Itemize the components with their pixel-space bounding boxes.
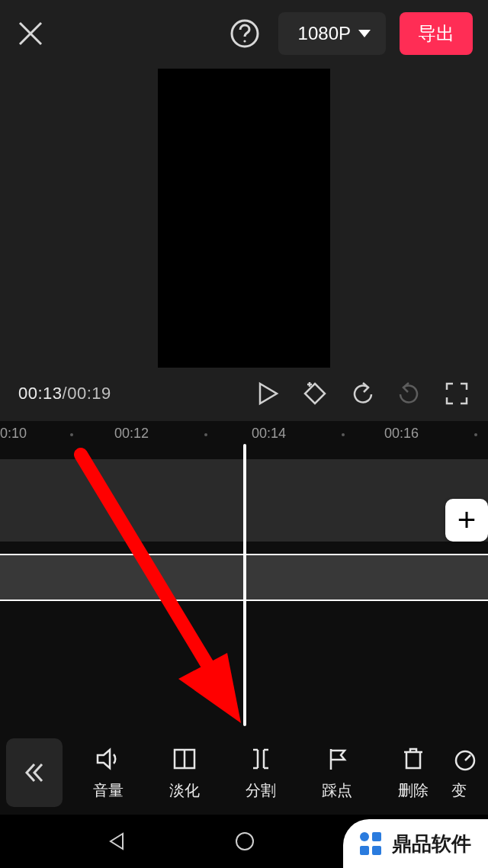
- video-preview-area: [0, 67, 488, 371]
- ruler-tick: 0:10: [0, 426, 27, 442]
- redo-icon[interactable]: [396, 381, 422, 407]
- export-label: 导出: [418, 21, 454, 46]
- tool-delete[interactable]: 删除: [375, 738, 451, 808]
- fade-icon: [171, 745, 198, 773]
- time-total: 00:19: [67, 384, 111, 403]
- video-preview-frame[interactable]: [158, 69, 330, 368]
- tool-volume[interactable]: 音量: [70, 738, 146, 808]
- resolution-dropdown[interactable]: 1080P: [278, 12, 386, 55]
- tool-label: 音量: [93, 780, 124, 801]
- ruler-tick: 00:12: [114, 426, 149, 442]
- help-icon[interactable]: [230, 18, 260, 49]
- svg-rect-21: [372, 832, 381, 841]
- add-media-button[interactable]: +: [445, 499, 488, 542]
- tool-label: 分割: [246, 780, 276, 801]
- volume-icon: [95, 745, 122, 773]
- plus-icon: +: [458, 502, 477, 538]
- tool-label: 踩点: [322, 780, 352, 801]
- svg-point-3: [243, 40, 246, 42]
- tool-speed[interactable]: 变: [451, 738, 488, 808]
- chevrons-left-icon: [21, 760, 47, 786]
- svg-marker-10: [98, 750, 110, 768]
- ruler-tick: 00:14: [252, 426, 286, 442]
- close-icon[interactable]: [15, 18, 46, 49]
- collapse-tools-button[interactable]: [6, 738, 63, 807]
- svg-rect-22: [360, 846, 369, 855]
- tool-fade[interactable]: 淡化: [146, 738, 223, 808]
- tool-label: 淡化: [169, 780, 200, 801]
- ruler-dot: [70, 433, 73, 436]
- svg-marker-4: [260, 384, 277, 403]
- watermark-text: 鼎品软件: [392, 831, 471, 857]
- keyframe-add-icon[interactable]: [302, 381, 328, 407]
- svg-rect-23: [372, 846, 381, 855]
- export-button[interactable]: 导出: [400, 12, 473, 55]
- top-bar: 1080P 导出: [0, 0, 488, 67]
- ruler-dot: [474, 433, 477, 436]
- ruler-tick: 00:16: [384, 426, 419, 442]
- undo-icon[interactable]: [349, 381, 375, 407]
- split-icon: [247, 745, 274, 773]
- watermark-badge: 鼎品软件: [343, 819, 488, 868]
- svg-marker-17: [111, 834, 123, 849]
- playhead[interactable]: [243, 444, 246, 726]
- time-current: 00:13: [18, 384, 63, 403]
- resolution-label: 1080P: [298, 23, 351, 44]
- ruler-dot: [342, 433, 345, 436]
- timecode: 00:13/00:19: [18, 384, 111, 403]
- ruler-dot: [204, 433, 207, 436]
- nav-back-icon[interactable]: [106, 831, 127, 852]
- tool-beat[interactable]: 踩点: [299, 738, 375, 808]
- delete-icon: [400, 745, 427, 773]
- timeline-tracks[interactable]: +: [0, 448, 488, 732]
- svg-point-18: [236, 833, 253, 850]
- speed-icon: [451, 745, 479, 773]
- tool-label: 删除: [398, 780, 429, 801]
- play-icon[interactable]: [255, 381, 281, 407]
- fullscreen-icon[interactable]: [444, 381, 470, 407]
- tool-split[interactable]: 分割: [223, 738, 299, 808]
- beat-flag-icon: [323, 745, 351, 773]
- bottom-toolstrip: 音量 淡化 分割 踩点 删: [0, 731, 488, 815]
- nav-home-icon[interactable]: [233, 830, 256, 853]
- transport-bar: 00:13/00:19: [0, 371, 488, 421]
- tool-label: 变: [451, 780, 467, 801]
- tools-scroll[interactable]: 音量 淡化 分割 踩点 删: [70, 731, 488, 815]
- svg-point-20: [360, 832, 369, 841]
- svg-line-16: [465, 755, 470, 760]
- caret-down-icon: [358, 30, 371, 37]
- watermark-logo-icon: [357, 829, 386, 858]
